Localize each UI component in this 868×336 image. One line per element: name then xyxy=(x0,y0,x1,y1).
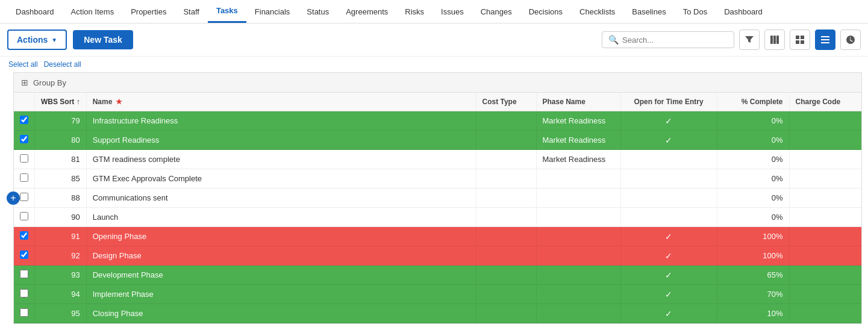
row-pct-complete: 10% xyxy=(717,304,789,323)
row-checkbox[interactable] xyxy=(20,270,28,278)
nav-item-properties[interactable]: Properties xyxy=(122,1,175,22)
list-button[interactable] xyxy=(815,30,835,50)
row-checkbox[interactable] xyxy=(20,173,28,182)
svg-rect-9 xyxy=(821,42,829,43)
row-charge-code xyxy=(789,208,861,227)
row-checkbox[interactable] xyxy=(20,289,28,297)
actions-button[interactable]: Actions ▼ xyxy=(7,30,67,50)
row-name: GTM Exec Approvals Complete xyxy=(86,169,476,188)
row-name: GTM readiness complete xyxy=(86,150,476,169)
chart-button[interactable] xyxy=(840,30,861,50)
row-checkbox[interactable] xyxy=(20,154,28,163)
filter-button[interactable] xyxy=(739,30,760,50)
checkmark-icon: ✓ xyxy=(665,232,672,241)
row-checkbox[interactable] xyxy=(20,212,28,220)
row-phase-name xyxy=(536,208,620,227)
header-cost-type[interactable]: Cost Type xyxy=(476,93,536,111)
row-name: Closing Phase xyxy=(86,304,476,323)
select-bar: Select all Deselect all xyxy=(0,57,868,72)
table-row: 92Design Phase✓100% xyxy=(14,246,861,266)
row-name: Communications sent xyxy=(86,188,476,208)
row-phase-name xyxy=(536,227,620,246)
nav-item-dashboard[interactable]: Dashboard xyxy=(7,1,63,22)
row-checkbox[interactable] xyxy=(20,116,28,124)
checkmark-icon: ✓ xyxy=(665,116,672,126)
row-phase-name xyxy=(536,246,620,266)
row-phase-name: Market Readiness xyxy=(536,150,620,169)
table-row: 94Implement Phase✓70% xyxy=(14,285,861,304)
row-name: Development Phase xyxy=(86,266,476,285)
nav-item-financials[interactable]: Financials xyxy=(246,1,299,22)
row-checkbox-cell xyxy=(14,227,35,246)
table-row: 91Opening Phase✓100% xyxy=(14,227,861,246)
header-pct-complete[interactable]: % Complete xyxy=(717,93,789,111)
row-checkbox-cell xyxy=(14,111,35,131)
row-checkbox-cell xyxy=(14,150,35,169)
row-wbs: 95 xyxy=(35,304,87,323)
header-open-time[interactable]: Open for Time Entry xyxy=(620,93,717,111)
svg-rect-2 xyxy=(776,36,779,44)
row-cost-type xyxy=(476,188,536,208)
nav-item-decisions[interactable]: Decisions xyxy=(520,1,571,22)
header-charge-code[interactable]: Charge Code xyxy=(789,93,861,111)
row-name: Design Phase xyxy=(86,246,476,266)
header-wbs-sort[interactable]: WBS Sort ↑ xyxy=(35,93,87,111)
add-row-button[interactable]: + xyxy=(7,191,20,205)
nav-item-agreements[interactable]: Agreements xyxy=(337,1,396,22)
nav-item-action-items[interactable]: Action Items xyxy=(63,1,123,22)
nav-item-status[interactable]: Status xyxy=(298,1,337,22)
row-open-time: ✓ xyxy=(620,246,717,266)
row-pct-complete: 0% xyxy=(717,188,789,208)
row-cost-type xyxy=(476,169,536,188)
row-checkbox-cell xyxy=(14,169,35,188)
row-cost-type xyxy=(476,208,536,227)
checkmark-icon: ✓ xyxy=(665,270,672,280)
columns-button[interactable] xyxy=(764,30,785,50)
header-phase-name[interactable]: Phase Name xyxy=(536,93,620,111)
svg-rect-3 xyxy=(796,36,799,39)
actions-label: Actions xyxy=(17,35,48,45)
row-phase-name xyxy=(536,285,620,304)
nav-item-tasks[interactable]: Tasks xyxy=(208,0,246,23)
table-row: 93Development Phase✓65% xyxy=(14,266,861,285)
row-checkbox[interactable] xyxy=(20,135,28,143)
row-checkbox[interactable] xyxy=(20,193,28,201)
row-pct-complete: 0% xyxy=(717,111,789,131)
row-charge-code xyxy=(789,169,861,188)
row-checkbox[interactable] xyxy=(20,308,28,317)
checkmark-icon: ✓ xyxy=(665,251,672,261)
nav-item-staff[interactable]: Staff xyxy=(175,1,208,22)
nav-item-issues[interactable]: Issues xyxy=(432,1,472,22)
row-open-time xyxy=(620,188,717,208)
row-checkbox-cell xyxy=(14,208,35,227)
row-wbs: 81 xyxy=(35,150,87,169)
table-body: 79Infrastructure ReadinessMarket Readine… xyxy=(14,111,861,323)
nav-item-to-dos[interactable]: To Dos xyxy=(675,1,716,22)
deselect-all[interactable]: Deselect all xyxy=(44,60,81,69)
row-checkbox-cell xyxy=(14,304,35,323)
new-task-button[interactable]: New Task xyxy=(73,30,133,49)
svg-rect-5 xyxy=(796,40,799,44)
row-checkbox-cell xyxy=(14,131,35,150)
search-input[interactable] xyxy=(622,36,728,45)
nav-item-baselines[interactable]: Baselines xyxy=(623,1,674,22)
row-checkbox[interactable] xyxy=(20,250,28,259)
nav-item-dashboard[interactable]: Dashboard xyxy=(716,1,771,22)
row-pct-complete: 0% xyxy=(717,169,789,188)
row-phase-name: Market Readiness xyxy=(536,111,620,131)
group-by-bar: ⊞ Group By xyxy=(14,73,861,93)
grid-button[interactable] xyxy=(790,30,810,50)
row-checkbox[interactable] xyxy=(20,231,28,240)
table-row: 85GTM Exec Approvals Complete0% xyxy=(14,169,861,188)
search-icon: 🔍 xyxy=(608,35,619,45)
select-all[interactable]: Select all xyxy=(8,60,38,69)
nav-item-risks[interactable]: Risks xyxy=(396,1,432,22)
row-open-time xyxy=(620,208,717,227)
header-name[interactable]: Name ★ xyxy=(86,93,476,111)
nav-item-checklists[interactable]: Checklists xyxy=(571,1,623,22)
row-pct-complete: 65% xyxy=(717,266,789,285)
row-charge-code xyxy=(789,266,861,285)
row-open-time: ✓ xyxy=(620,111,717,131)
row-pct-complete: 70% xyxy=(717,285,789,304)
nav-item-changes[interactable]: Changes xyxy=(472,1,520,22)
